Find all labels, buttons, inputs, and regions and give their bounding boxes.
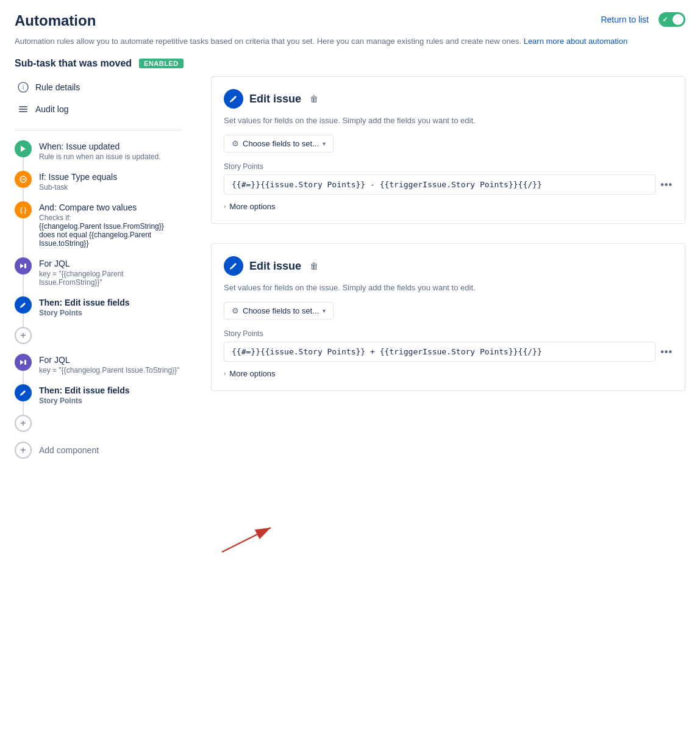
return-to-list-link[interactable]: Return to list xyxy=(601,15,649,24)
rule-name: Sub-task that was moved xyxy=(15,58,132,69)
card-1-delete-icon[interactable]: 🗑 xyxy=(310,94,318,104)
flow-item-add1: + xyxy=(15,327,182,344)
flow-content-when: When: Issue updated Rule is run when an … xyxy=(39,140,182,171)
add-component-btn[interactable]: + xyxy=(15,442,32,459)
svg-marker-7 xyxy=(20,264,24,268)
rule-details-label: Rule details xyxy=(35,82,80,92)
main-layout: i Rule details Audit log xyxy=(0,76,700,459)
card-2-title: Edit issue xyxy=(249,260,301,273)
flow-connector-if xyxy=(15,171,32,201)
card-2-desc: Set values for fields on the issue. Simp… xyxy=(224,283,673,292)
flow-line-7 xyxy=(23,401,24,415)
chevron-down-icon-1: ▾ xyxy=(323,140,326,147)
card-2-field-label: Story Points xyxy=(224,329,673,338)
then2-title: Then: Edit issue fields xyxy=(39,386,182,395)
flow-connector-then1 xyxy=(15,296,32,327)
flow-connector-add2: + xyxy=(15,415,32,432)
audit-log-label: Audit log xyxy=(35,104,68,114)
svg-rect-4 xyxy=(19,111,27,112)
card-1-pencil-icon xyxy=(224,89,243,109)
flow-connector-and: { } xyxy=(15,201,32,257)
forjql1-title: For JQL xyxy=(39,259,182,268)
add-btn-1[interactable]: + xyxy=(15,327,32,344)
if-subtitle: Sub-task xyxy=(39,183,182,192)
flow-content-forjql1: For JQL key = "{{changelog.Parent Issue.… xyxy=(39,257,182,296)
card-1-choose-fields-btn[interactable]: ⚙ Choose fields to set... ▾ xyxy=(224,135,334,152)
flow-item-then1: Then: Edit issue fields Story Points xyxy=(15,296,182,327)
card-2-field-row: ••• xyxy=(224,342,673,362)
card-1-more-options-label: More options xyxy=(229,202,275,211)
add-component-row: + Add component xyxy=(15,442,182,459)
card-2-more-btn[interactable]: ••• xyxy=(660,346,673,357)
info-icon: i xyxy=(17,81,29,93)
flow-content-and: And: Compare two values Checks if:{{chan… xyxy=(39,201,182,257)
svg-text:i: i xyxy=(23,84,24,91)
card-1-more-options[interactable]: › More options xyxy=(224,202,673,211)
forjql1-subtitle: key = "{{changelog.Parent Issue.FromStri… xyxy=(39,270,182,287)
gear-icon-2: ⚙ xyxy=(232,306,239,315)
if-title: If: Issue Type equals xyxy=(39,172,182,182)
rule-name-bar: Sub-task that was moved ENABLED xyxy=(0,53,700,76)
card-2-more-options[interactable]: › More options xyxy=(224,369,673,378)
then1-subtitle: Story Points xyxy=(39,309,182,317)
flow-content-add2 xyxy=(39,415,182,432)
card-1-title: Edit issue xyxy=(249,93,301,106)
card-1-choose-label: Choose fields to set... xyxy=(243,139,319,148)
and-icon[interactable]: { } xyxy=(15,201,32,218)
and-title: And: Compare two values xyxy=(39,203,182,212)
flow-item-and: { } And: Compare two values Checks if:{{… xyxy=(15,201,182,257)
flow-connector-when xyxy=(15,140,32,171)
edit-issue-card-2: Edit issue 🗑 Set values for fields on th… xyxy=(211,243,685,391)
page-subtitle: Automation rules allow you to automate r… xyxy=(0,34,700,53)
card-2-delete-icon[interactable]: 🗑 xyxy=(310,261,318,271)
when-icon[interactable] xyxy=(15,140,32,157)
chevron-down-icon-2: ▾ xyxy=(323,307,326,314)
learn-more-link[interactable]: Learn more about automation xyxy=(524,37,628,46)
then2-icon[interactable] xyxy=(15,384,32,401)
sidebar-item-rule-details[interactable]: i Rule details xyxy=(15,76,182,98)
flow-item-forjql2: For JQL key = "{{changelog.Parent Issue.… xyxy=(15,354,182,384)
card-2-header: Edit issue 🗑 xyxy=(224,256,673,276)
when-subtitle: Rule is run when an issue is updated. xyxy=(39,152,182,161)
card-1-field-input[interactable] xyxy=(224,174,655,195)
flow-connector-forjql1 xyxy=(15,257,32,296)
flow-content-if: If: Issue Type equals Sub-task xyxy=(39,171,182,201)
flow-line-6 xyxy=(23,371,24,384)
svg-rect-10 xyxy=(24,360,26,365)
card-2-field-input[interactable] xyxy=(224,342,655,362)
card-2-pencil-icon xyxy=(224,256,243,276)
add-btn-2[interactable]: + xyxy=(15,415,32,432)
card-2-more-options-label: More options xyxy=(229,369,275,378)
flow-content-then2: Then: Edit issue fields Story Points xyxy=(39,384,182,415)
card-1-field-label: Story Points xyxy=(224,162,673,171)
header-right: Return to list ✓ xyxy=(601,12,685,27)
flow-item-add2: + xyxy=(15,415,182,432)
sidebar-item-audit-log[interactable]: Audit log xyxy=(15,98,182,120)
card-2-choose-label: Choose fields to set... xyxy=(243,306,319,315)
chevron-right-icon-2: › xyxy=(224,370,226,377)
then1-title: Then: Edit issue fields xyxy=(39,298,182,307)
gear-icon-1: ⚙ xyxy=(232,139,239,148)
sidebar-divider xyxy=(15,130,182,131)
svg-rect-2 xyxy=(19,106,27,107)
forjql2-title: For JQL xyxy=(39,355,182,365)
forjql1-icon[interactable] xyxy=(15,257,32,274)
flow-item-if: If: Issue Type equals Sub-task xyxy=(15,171,182,201)
then1-icon[interactable] xyxy=(15,296,32,314)
flow-line-5 xyxy=(23,314,24,327)
card-1-more-btn[interactable]: ••• xyxy=(660,179,673,190)
enabled-toggle[interactable]: ✓ xyxy=(659,12,685,27)
sidebar: i Rule details Audit log xyxy=(15,76,191,459)
if-icon[interactable] xyxy=(15,171,32,188)
card-2-choose-fields-btn[interactable]: ⚙ Choose fields to set... ▾ xyxy=(224,302,334,320)
svg-marker-9 xyxy=(20,360,24,365)
flow-line-4 xyxy=(23,274,24,296)
flow-line-2 xyxy=(23,188,24,201)
forjql2-icon[interactable] xyxy=(15,354,32,371)
chevron-right-icon-1: › xyxy=(224,203,226,210)
flow-line-3 xyxy=(23,218,24,257)
sidebar-nav: i Rule details Audit log xyxy=(15,76,182,120)
flow-item-forjql1: For JQL key = "{{changelog.Parent Issue.… xyxy=(15,257,182,296)
toggle-knob xyxy=(673,14,684,25)
card-1-header: Edit issue 🗑 xyxy=(224,89,673,109)
